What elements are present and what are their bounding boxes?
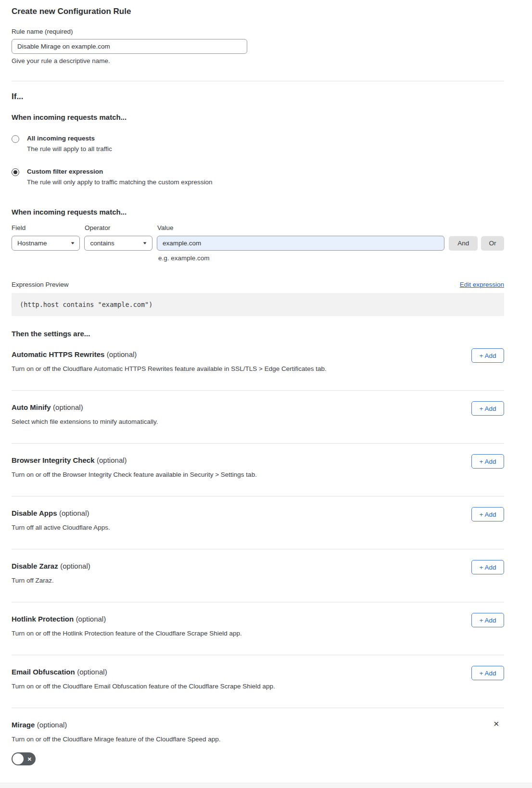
setting-description: Turn off Zaraz.	[12, 577, 504, 584]
add-button[interactable]: + Add	[471, 507, 504, 521]
setting-name: Disable Apps	[12, 509, 57, 517]
rule-name-helper: Give your rule a descriptive name.	[12, 57, 504, 64]
add-button[interactable]: + Add	[471, 401, 504, 416]
setting-name: Browser Integrity Check	[12, 456, 95, 464]
radio-option-all-requests[interactable]: All incoming requests The rule will appl…	[12, 135, 504, 153]
radio-icon-unselected[interactable]	[12, 135, 19, 143]
radio-label-all-requests: All incoming requests	[27, 135, 112, 142]
chevron-down-icon: ▼	[70, 241, 75, 245]
setting-row-auto-minify: Auto Minify (optional) Select which file…	[12, 391, 504, 444]
and-button[interactable]: And	[449, 236, 478, 251]
radio-option-custom-filter[interactable]: Custom filter expression The rule will o…	[12, 168, 504, 186]
setting-name: Automatic HTTPS Rewrites	[12, 350, 104, 358]
field-select-value: Hostname	[17, 240, 47, 247]
setting-row-disable-zaraz: Disable Zaraz (optional) Turn off Zaraz.…	[12, 549, 504, 602]
value-input[interactable]	[157, 236, 445, 251]
radio-desc-custom-filter: The rule will only apply to traffic matc…	[27, 178, 212, 186]
expression-preview-code: (http.host contains "example.com")	[12, 293, 504, 316]
setting-row-browser-integrity-check: Browser Integrity Check (optional) Turn …	[12, 444, 504, 496]
setting-name: Mirage	[12, 721, 35, 729]
then-settings-heading: Then the settings are...	[12, 330, 504, 338]
add-button[interactable]: + Add	[471, 560, 504, 574]
page-title: Create new Configuration Rule	[12, 7, 504, 16]
toggle-knob	[13, 753, 24, 764]
close-icon[interactable]: ✕	[493, 720, 499, 727]
add-button[interactable]: + Add	[471, 348, 504, 363]
edit-expression-link[interactable]: Edit expression	[460, 281, 504, 288]
setting-optional-suffix: (optional)	[60, 562, 90, 570]
rule-name-input[interactable]	[12, 39, 247, 54]
setting-description: Turn on or off the Cloudflare Automatic …	[12, 365, 504, 372]
setting-description: Turn on or off the Cloudflare Email Obfu…	[12, 683, 504, 690]
field-select[interactable]: Hostname ▼	[12, 236, 80, 251]
expression-builder-heading: When incoming requests match...	[12, 208, 504, 216]
setting-optional-suffix: (optional)	[37, 721, 67, 729]
rule-name-label: Rule name (required)	[12, 28, 504, 35]
setting-description: Select which file extensions to minify a…	[12, 418, 504, 425]
add-button[interactable]: + Add	[471, 613, 504, 627]
toggle-off-x-icon: ✕	[27, 756, 32, 762]
setting-name: Disable Zaraz	[12, 562, 58, 570]
setting-optional-suffix: (optional)	[97, 456, 127, 464]
setting-name: Auto Minify	[12, 403, 51, 411]
setting-name: Email Obfuscation	[12, 668, 75, 676]
setting-name: Hotlink Protection	[12, 615, 74, 623]
radio-label-custom-filter: Custom filter expression	[27, 168, 212, 175]
setting-optional-suffix: (optional)	[107, 350, 137, 358]
operator-label: Operator	[85, 224, 157, 231]
add-button[interactable]: + Add	[471, 454, 504, 469]
match-heading: When incoming requests match...	[12, 113, 504, 121]
setting-optional-suffix: (optional)	[53, 403, 83, 411]
setting-row-hotlink-protection: Hotlink Protection (optional) Turn on or…	[12, 602, 504, 655]
setting-description: Turn on or off the Browser Integrity Che…	[12, 471, 504, 478]
radio-icon-selected[interactable]	[12, 168, 19, 176]
radio-desc-all-requests: The rule will apply to all traffic	[27, 145, 112, 153]
value-helper: e.g. example.com	[158, 254, 504, 262]
add-button[interactable]: + Add	[471, 666, 504, 680]
mirage-toggle-off[interactable]: ✕	[12, 752, 36, 765]
or-button[interactable]: Or	[481, 236, 504, 251]
expression-preview-label: Expression Preview	[12, 281, 69, 288]
setting-description: Turn on or off the Cloudflare Mirage fea…	[12, 736, 504, 743]
setting-row-disable-apps: Disable Apps (optional) Turn off all act…	[12, 496, 504, 549]
chevron-down-icon: ▼	[142, 241, 147, 245]
setting-optional-suffix: (optional)	[77, 668, 107, 676]
operator-select[interactable]: contains ▼	[84, 236, 152, 251]
field-label: Field	[12, 224, 85, 231]
setting-row-email-obfuscation: Email Obfuscation (optional) Turn on or …	[12, 655, 504, 708]
section-divider	[12, 81, 504, 81]
setting-optional-suffix: (optional)	[59, 509, 89, 517]
if-heading: If...	[12, 92, 504, 102]
setting-description: Turn on or off the Hotlink Protection fe…	[12, 630, 504, 637]
setting-row-automatic-https-rewrites: Automatic HTTPS Rewrites (optional) Turn…	[12, 338, 504, 391]
setting-optional-suffix: (optional)	[76, 615, 106, 623]
footer-band	[0, 783, 532, 788]
operator-select-value: contains	[90, 240, 114, 247]
value-label: Value	[157, 224, 174, 231]
setting-description: Turn off all active Cloudflare Apps.	[12, 524, 504, 531]
setting-row-mirage: Mirage (optional) ✕ Turn on or off the C…	[12, 708, 504, 785]
create-configuration-rule-form: Create new Configuration Rule Rule name …	[0, 0, 532, 785]
